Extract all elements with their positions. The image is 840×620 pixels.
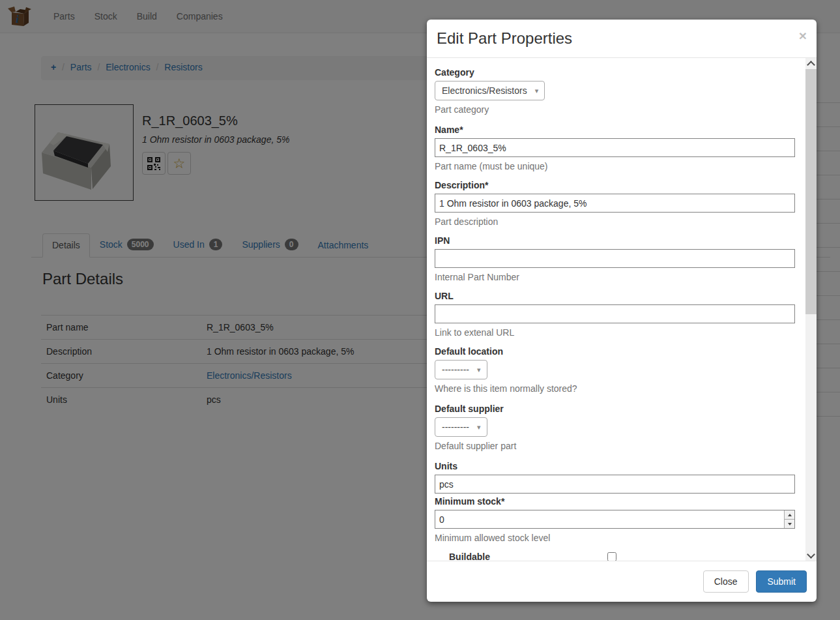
edit-part-modal: Edit Part Properties × Category Electron… [427,20,817,602]
stepper-down-icon[interactable] [785,519,794,528]
default-location-field-group: Default location --------- ▾ Where is th… [435,345,795,395]
description-field-group: Description* Part description [435,179,795,228]
url-help: Link to extenal URL [435,327,795,339]
chevron-down-icon: ▾ [477,421,481,433]
category-help: Part category [435,104,795,116]
units-label: Units [435,460,795,473]
default-location-help: Where is this item normally stored? [435,383,795,395]
units-field-group: Units [435,460,795,494]
scroll-up-button[interactable] [805,58,817,69]
default-location-label: Default location [435,345,795,358]
category-label: Category [435,66,795,79]
ipn-label: IPN [435,234,795,247]
description-input[interactable] [435,194,795,213]
buildable-field-group: Buildable [435,550,795,561]
minimum-stock-input[interactable] [435,510,795,529]
default-location-select[interactable]: --------- ▾ [435,360,487,379]
scroll-down-icon [807,550,815,559]
modal-footer: Close Submit [427,561,817,602]
modal-title: Edit Part Properties [437,28,807,49]
name-help: Part name (must be unique) [435,160,795,173]
modal-scrollbar[interactable] [805,58,817,561]
name-input[interactable] [435,138,795,157]
ipn-help: Internal Part Number [435,271,795,284]
default-supplier-help: Default supplier part [435,440,795,452]
units-input[interactable] [435,475,795,494]
url-input[interactable] [435,304,795,323]
default-supplier-field-group: Default supplier --------- ▾ Default sup… [435,402,795,452]
scrollbar-thumb[interactable] [805,69,817,314]
category-select-value: Electronics/Resistors [442,85,527,96]
url-label: URL [435,289,795,303]
chevron-down-icon: ▾ [535,85,539,96]
ipn-input[interactable] [435,249,795,268]
url-field-group: URL Link to extenal URL [435,289,795,339]
scroll-down-button[interactable] [805,550,817,561]
modal-header: Edit Part Properties × [427,20,817,58]
default-supplier-select[interactable]: --------- ▾ [435,417,487,437]
minimum-stock-help: Minimum allowed stock level [435,532,795,544]
modal-close-button[interactable]: × [798,27,808,44]
default-supplier-select-value: --------- [442,421,469,433]
stepper-up-icon[interactable] [785,510,794,519]
modal-body: Category Electronics/Resistors ▾ Part ca… [427,58,817,561]
default-supplier-label: Default supplier [435,402,795,415]
buildable-label: Buildable [449,550,607,561]
close-button[interactable]: Close [703,570,749,593]
close-icon: × [799,28,807,43]
name-field-group: Name* Part name (must be unique) [435,123,795,173]
submit-button[interactable]: Submit [756,570,807,593]
buildable-checkbox[interactable] [607,552,616,561]
category-select[interactable]: Electronics/Resistors ▾ [435,81,545,100]
chevron-down-icon: ▾ [477,364,481,376]
description-help: Part description [435,216,795,228]
default-location-select-value: --------- [442,364,469,376]
description-label: Description* [435,179,795,192]
ipn-field-group: IPN Internal Part Number [435,234,795,284]
quantity-stepper[interactable] [784,510,794,528]
name-label: Name* [435,123,795,136]
minimum-stock-field-group: Minimum stock* Minimum allowed stock lev… [435,495,795,544]
scroll-up-icon [807,61,815,69]
minimum-stock-label: Minimum stock* [435,495,795,508]
category-field-group: Category Electronics/Resistors ▾ Part ca… [435,66,795,116]
